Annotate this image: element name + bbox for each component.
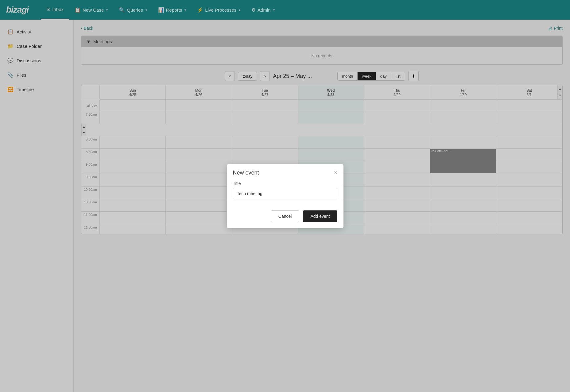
modal-title: New event bbox=[233, 170, 259, 176]
modal-close-button[interactable]: × bbox=[334, 170, 337, 175]
modal-overlay[interactable]: New event × Title Cancel Add event bbox=[0, 0, 570, 392]
title-label: Title bbox=[233, 181, 337, 186]
event-title-input[interactable] bbox=[233, 188, 337, 199]
modal-footer: Cancel Add event bbox=[227, 206, 343, 228]
add-event-button[interactable]: Add event bbox=[303, 210, 337, 222]
modal-body: Title bbox=[227, 180, 343, 206]
new-event-modal: New event × Title Cancel Add event bbox=[227, 164, 343, 228]
cancel-button[interactable]: Cancel bbox=[271, 210, 300, 222]
modal-header: New event × bbox=[227, 164, 343, 180]
